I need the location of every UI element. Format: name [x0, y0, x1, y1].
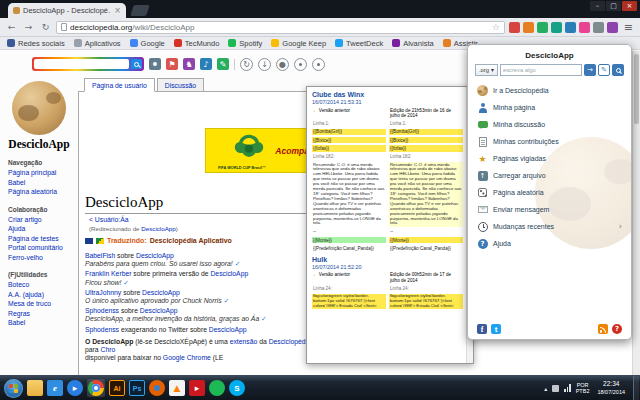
- tld-select[interactable]: .org▾: [475, 64, 498, 76]
- download-circle-icon[interactable]: ↓: [258, 58, 271, 71]
- menu-item-pagina-aleatoria[interactable]: Página aleatória: [468, 184, 631, 201]
- new-tab-button[interactable]: [130, 5, 150, 16]
- bookmark-star-icon[interactable]: ☆: [492, 22, 500, 32]
- back-icon[interactable]: ←: [5, 21, 18, 34]
- user-link[interactable]: BabelFish: [85, 252, 115, 259]
- user-link[interactable]: Sphodenss: [85, 326, 119, 333]
- media-player-icon[interactable]: ▸: [67, 380, 83, 396]
- diff-page-link[interactable]: Hulk: [312, 256, 463, 263]
- sidebar-item-mesa-de-truco[interactable]: Mesa de truco: [8, 299, 74, 309]
- chrome-menu-icon[interactable]: ≡: [622, 21, 635, 34]
- menu-item-minha-pagina[interactable]: Minha página: [468, 99, 631, 116]
- search-button[interactable]: [612, 64, 624, 76]
- bookmark-item[interactable]: Alvanista: [392, 39, 433, 48]
- close-button[interactable]: ×: [622, 1, 637, 11]
- extension-icon[interactable]: [593, 22, 604, 33]
- bookmark-item[interactable]: Redes sociais: [7, 39, 65, 48]
- flag-icon[interactable]: ⚑: [166, 58, 178, 70]
- minimize-button[interactable]: –: [590, 1, 605, 11]
- page-scrollbar[interactable]: [632, 51, 640, 375]
- menu-item-ir-a-desciclopedia[interactable]: Ir a Desciclopédia: [468, 82, 631, 99]
- edit-icon[interactable]: ✎: [217, 58, 229, 70]
- facebook-icon[interactable]: f: [477, 324, 487, 334]
- tray-icon[interactable]: [552, 385, 559, 392]
- wiki-link[interactable]: Desciclopédia: [269, 338, 311, 345]
- sidebar-item-pagina-de-testes[interactable]: Página de testes: [8, 234, 74, 244]
- bookmark-item[interactable]: TecMundo: [174, 39, 220, 48]
- extension-icon[interactable]: [579, 22, 590, 33]
- diff-prev-header[interactable]: ← Versão anterior: [312, 107, 386, 119]
- menu-item-ajuda[interactable]: ?Ajuda: [468, 235, 631, 252]
- help-badge-icon[interactable]: ?: [612, 324, 622, 334]
- taskbar-clock[interactable]: 22:3418/07/2014: [594, 380, 628, 396]
- maximize-button[interactable]: ▢: [606, 1, 621, 11]
- edit-button[interactable]: ✎: [598, 64, 610, 76]
- sidebar-item-aa-ajuda[interactable]: A.A. (ajuda): [8, 290, 74, 300]
- record-circle-icon[interactable]: ●: [276, 58, 289, 71]
- subject-link[interactable]: DescicloApp: [209, 326, 247, 333]
- wiki-link[interactable]: Google Chrome: [163, 354, 211, 361]
- twitter-icon[interactable]: t: [491, 324, 501, 334]
- tab-user-page[interactable]: Página de usuário: [84, 78, 155, 92]
- wiki-link[interactable]: Chro: [101, 346, 116, 353]
- sidebar-item-criar-artigo[interactable]: Criar artigo: [8, 215, 74, 225]
- go-button[interactable]: →: [584, 64, 596, 76]
- subject-link[interactable]: DescicloApp: [136, 252, 174, 259]
- show-desktop-button[interactable]: [633, 376, 639, 400]
- popup-search-input[interactable]: [500, 64, 582, 76]
- extension-icon[interactable]: [523, 22, 534, 33]
- history-circle-icon[interactable]: ↻: [240, 58, 253, 71]
- diff-page-link[interactable]: Clube das Winx: [312, 91, 463, 98]
- tab-close-icon[interactable]: ×: [114, 6, 121, 15]
- rss-icon[interactable]: [598, 324, 608, 334]
- music-icon[interactable]: ♪: [200, 58, 212, 70]
- rainbow-search-input[interactable]: [32, 57, 144, 71]
- extension-icon[interactable]: [551, 22, 562, 33]
- desciclo-extension-icon[interactable]: [607, 22, 618, 33]
- search-icon[interactable]: [131, 59, 142, 69]
- wiki-link[interactable]: extensão: [230, 338, 258, 345]
- tab-discussion[interactable]: Discussão: [157, 78, 204, 92]
- sidebar-item-portal-comunitario[interactable]: Portal comunitário: [8, 243, 74, 253]
- sidebar-item-babel-2[interactable]: Babel: [8, 318, 74, 328]
- bookmark-item[interactable]: TweetDeck: [335, 39, 383, 48]
- sidebar-item-babel[interactable]: Babel: [8, 178, 74, 188]
- browser-tab[interactable]: DescicloApp - Desciclopé… ×: [8, 3, 126, 18]
- target-icon[interactable]: [294, 58, 307, 71]
- language-indicator[interactable]: PORPTB2: [576, 382, 590, 395]
- youtube-icon[interactable]: ▸: [189, 380, 205, 396]
- firefox-icon[interactable]: [149, 380, 165, 396]
- network-icon[interactable]: [564, 384, 571, 392]
- extension-icon[interactable]: [537, 22, 548, 33]
- sidebar-item-ajuda[interactable]: Ajuda: [8, 224, 74, 234]
- target-icon[interactable]: [312, 58, 325, 71]
- menu-item-carregar-arquivo[interactable]: ↑Carregar arquivo: [468, 167, 631, 184]
- sidebar-item-boteco[interactable]: Boteco: [8, 280, 74, 290]
- games-icon[interactable]: ♞: [183, 58, 195, 70]
- menu-item-minhas-contribuicoes[interactable]: Minhas contribuições: [468, 133, 631, 150]
- illustrator-icon[interactable]: Ai: [109, 380, 125, 396]
- user-link[interactable]: Sphodenss: [85, 307, 119, 314]
- subject-link[interactable]: DescicloApp: [210, 270, 248, 277]
- menu-item-paginas-vigiadas[interactable]: ★Páginas vigiadas: [468, 150, 631, 167]
- explorer-icon[interactable]: [27, 380, 43, 396]
- bookmark-item[interactable]: Spotify: [228, 39, 262, 48]
- photoshop-icon[interactable]: Ps: [129, 380, 145, 396]
- breadcrumb[interactable]: < Usuário:Áa: [89, 216, 128, 223]
- tray-expand-icon[interactable]: ▴: [544, 385, 547, 392]
- subject-link[interactable]: DescicloApp: [142, 289, 180, 296]
- menu-item-enviar-mensagem[interactable]: Enviar mensagem: [468, 201, 631, 218]
- forward-icon[interactable]: →: [22, 21, 35, 34]
- sidebar-item-pagina-aleatoria[interactable]: Página aleatória: [8, 187, 74, 197]
- desciclopedia-logo[interactable]: [12, 81, 66, 135]
- start-button[interactable]: [4, 379, 23, 398]
- sidebar-item-regras[interactable]: Regras: [8, 309, 74, 319]
- redirect-link[interactable]: DescicloApp: [141, 225, 175, 232]
- vlc-icon[interactable]: ▲: [169, 380, 185, 396]
- sidebar-item-pagina-principal[interactable]: Página principal: [8, 168, 74, 178]
- diff-timestamp-link[interactable]: 16/07/2014 21:53:31: [312, 99, 463, 105]
- bookmark-item[interactable]: Google Keep: [271, 39, 326, 48]
- internet-explorer-icon[interactable]: e: [47, 380, 63, 396]
- subject-link[interactable]: DescicloApp: [140, 307, 178, 314]
- extension-icon[interactable]: [509, 22, 520, 33]
